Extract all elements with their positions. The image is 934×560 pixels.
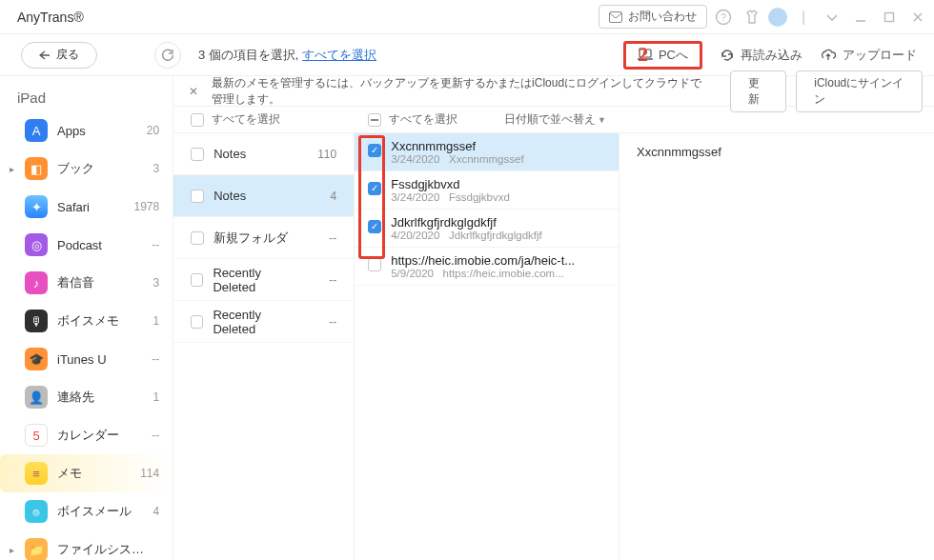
books-icon: ◧ <box>25 157 48 180</box>
sidebar-item-books[interactable]: ◧ ブック 3 <box>0 150 173 188</box>
note-detail-title: Xxcnnmmgssef <box>619 133 934 170</box>
detail-column: Xxcnnmmgssef <box>619 133 934 560</box>
svg-rect-4 <box>885 12 894 21</box>
sidebar-item-safari[interactable]: ✦ Safari 1978 <box>0 188 173 226</box>
select-all-link[interactable]: すべてを選択 <box>302 48 376 62</box>
select-all-folders-checkbox[interactable] <box>191 113 204 127</box>
folder-column: Notes 110 Notes 4 新規フォルダ -- Recently Del… <box>173 133 355 560</box>
update-button[interactable]: 更新 <box>730 70 786 112</box>
note-row[interactable]: Fssdgjkbvxd 3/24/2020 Fssdgjkbvxd <box>355 171 619 210</box>
titlebar: AnyTrans® お問い合わせ ? | <box>0 0 934 34</box>
sidebar-item-notes[interactable]: ≡ メモ 114 <box>0 454 173 492</box>
banner-close-icon[interactable]: ✕ <box>185 85 202 98</box>
contact-button[interactable]: お問い合わせ <box>599 5 707 29</box>
sidebar: iPad A Apps 20 ◧ ブック 3 ✦ Safari 1978 ◎ P… <box>0 76 173 560</box>
sidebar-item-podcast[interactable]: ◎ Podcast -- <box>0 226 173 264</box>
podcast-icon: ◎ <box>25 233 48 256</box>
sidebar-item-itunesu[interactable]: 🎓 iTunes U -- <box>0 340 173 378</box>
sidebar-item-contacts[interactable]: 👤 連絡先 1 <box>0 378 173 416</box>
reload-icon <box>720 48 735 63</box>
back-label: 戻る <box>56 47 79 63</box>
safari-icon: ✦ <box>25 195 48 218</box>
to-pc-label: PCへ <box>659 47 688 64</box>
note-checkbox[interactable] <box>368 144 381 157</box>
sidebar-item-apps[interactable]: A Apps 20 <box>0 111 173 150</box>
user-avatar[interactable] <box>768 8 787 27</box>
to-pc-button[interactable]: PCへ <box>623 41 702 70</box>
voicemail-icon: ⌾ <box>25 500 48 523</box>
reload-button[interactable]: 再読み込み <box>720 47 802 64</box>
help-icon[interactable]: ? <box>711 5 736 30</box>
svg-rect-0 <box>610 11 622 22</box>
notes-icon: ≡ <box>25 462 48 485</box>
note-column: 1 Xxcnnmmgssef 3/24/2020 Xxcnnmmgssef Fs… <box>355 133 619 560</box>
banner-message: 最新のメモを管理するには、バックアップを更新するかまたはiCloudにログインし… <box>212 75 711 108</box>
app-title: AnyTrans® <box>17 10 84 25</box>
main: iPad A Apps 20 ◧ ブック 3 ✦ Safari 1978 ◎ P… <box>0 76 934 560</box>
content: ✕ 最新のメモを管理するには、バックアップを更新するかまたはiCloudにログイ… <box>173 76 934 560</box>
contact-label: お問い合わせ <box>628 9 697 25</box>
svg-text:?: ? <box>721 12 726 23</box>
folder-row[interactable]: 新規フォルダ -- <box>173 217 354 259</box>
filesystem-icon: 📁 <box>25 538 48 560</box>
refresh-button[interactable] <box>154 42 181 69</box>
note-checkbox[interactable] <box>368 258 381 271</box>
voicememo-icon: 🎙 <box>25 310 48 332</box>
maximize-icon[interactable] <box>877 5 902 30</box>
header-col-a: すべてを選択 <box>212 111 280 128</box>
folder-checkbox[interactable] <box>191 190 204 203</box>
note-checkbox[interactable] <box>368 182 381 195</box>
upload-label: アップロード <box>843 47 917 64</box>
minimize-icon[interactable] <box>848 5 873 30</box>
device-name: iPad <box>0 84 173 111</box>
shirt-icon[interactable] <box>740 5 764 30</box>
folder-row[interactable]: Recently Deleted -- <box>173 301 354 343</box>
selection-info: 3 個の項目を選択, すべてを選択 <box>198 47 376 64</box>
reload-label: 再読み込み <box>741 47 802 64</box>
upload-button[interactable]: アップロード <box>820 47 917 64</box>
sidebar-item-filesystem[interactable]: 📁 ファイルシステム <box>0 530 173 560</box>
sort-button[interactable]: 日付順で並べ替え▼ <box>504 111 606 128</box>
apps-icon: A <box>25 119 48 142</box>
chevron-down-icon[interactable] <box>820 5 844 30</box>
folder-checkbox[interactable] <box>191 273 203 287</box>
laptop-icon <box>638 49 653 61</box>
calendar-icon: 5 <box>25 424 48 447</box>
sidebar-item-voicemail[interactable]: ⌾ ボイスメール 4 <box>0 492 173 530</box>
column-headers: すべてを選択 すべてを選択 日付順で並べ替え▼ <box>173 107 934 133</box>
refresh-icon <box>161 49 174 62</box>
toolbar: 戻る 3 個の項目を選択, すべてを選択 PCへ 再読み込み アップロード <box>0 34 934 76</box>
mail-icon <box>609 11 622 23</box>
folder-checkbox[interactable] <box>191 231 204 245</box>
info-banner: ✕ 最新のメモを管理するには、バックアップを更新するかまたはiCloudにログイ… <box>173 76 934 107</box>
itunesu-icon: 🎓 <box>25 348 48 370</box>
folder-checkbox[interactable] <box>191 148 204 161</box>
arrow-left-icon <box>39 50 51 60</box>
folder-row[interactable]: Recently Deleted -- <box>173 259 354 301</box>
divider: | <box>791 5 816 30</box>
note-row[interactable]: Xxcnnmmgssef 3/24/2020 Xxcnnmmgssef <box>355 133 619 171</box>
icloud-signin-button[interactable]: iCloudにサインイン <box>796 70 923 112</box>
ringtones-icon: ♪ <box>25 271 48 294</box>
close-icon[interactable] <box>905 5 930 30</box>
sidebar-item-calendar[interactable]: 5 カレンダー -- <box>0 416 173 454</box>
upload-icon <box>820 49 837 62</box>
note-row[interactable]: https://heic.imobie.com/ja/heic-t... 5/9… <box>355 248 619 286</box>
note-checkbox[interactable] <box>368 220 381 233</box>
contacts-icon: 👤 <box>25 386 48 409</box>
folder-checkbox[interactable] <box>191 315 203 329</box>
note-row[interactable]: Jdkrlfkgfjrdkglgdkfjf 4/20/2020 Jdkrlfkg… <box>355 210 619 248</box>
back-button[interactable]: 戻る <box>21 42 97 69</box>
header-col-b: すべてを選択 <box>389 111 457 128</box>
sidebar-item-ringtones[interactable]: ♪ 着信音 3 <box>0 264 173 302</box>
select-all-notes-checkbox[interactable] <box>368 113 381 127</box>
sidebar-item-voicememo[interactable]: 🎙 ボイスメモ 1 <box>0 302 173 340</box>
folder-row[interactable]: Notes 4 <box>173 175 354 217</box>
folder-row[interactable]: Notes 110 <box>173 133 354 175</box>
